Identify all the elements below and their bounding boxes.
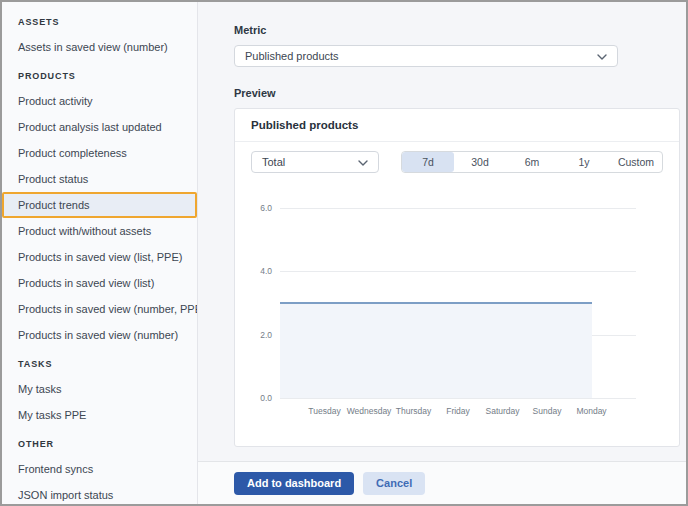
x-tick-label: Wednesday <box>347 406 392 416</box>
chart-card-title: Published products <box>235 109 679 142</box>
metric-select[interactable]: Published products <box>234 45 618 67</box>
range-7d[interactable]: 7d <box>402 152 454 172</box>
sidebar-item-product-activity[interactable]: Product activity <box>2 88 197 114</box>
metric-select-value: Published products <box>245 50 597 62</box>
preview-label: Preview <box>234 87 676 99</box>
sidebar-item-product-with-without-assets[interactable]: Product with/without assets <box>2 218 197 244</box>
x-axis-labels: TuesdayWednesdayThursdayFridaySaturdaySu… <box>280 406 636 420</box>
range-30d[interactable]: 30d <box>454 152 506 172</box>
range-1y[interactable]: 1y <box>558 152 610 172</box>
sidebar-item-product-completeness[interactable]: Product completeness <box>2 140 197 166</box>
series-area-fill <box>280 303 592 398</box>
action-bar: Add to dashboard Cancel <box>198 461 686 504</box>
add-to-dashboard-button[interactable]: Add to dashboard <box>234 472 354 495</box>
sidebar-item-frontend-syncs[interactable]: Frontend syncs <box>2 456 197 482</box>
sidebar-item-product-trends[interactable]: Product trends <box>2 192 197 218</box>
series-select[interactable]: Total <box>251 151 379 173</box>
gridline <box>280 208 636 209</box>
chevron-down-icon <box>358 156 368 168</box>
y-tick-label: 2.0 <box>240 330 272 340</box>
series-line <box>280 302 592 304</box>
cancel-button[interactable]: Cancel <box>363 472 425 495</box>
time-range-control: 7d 30d 6m 1y Custom <box>401 151 663 173</box>
range-custom[interactable]: Custom <box>610 152 662 172</box>
x-tick-label: Saturday <box>485 406 519 416</box>
sidebar-item-json-import-status[interactable]: JSON import status <box>2 482 197 504</box>
sidebar-section-products: PRODUCTS <box>2 60 197 88</box>
sidebar-item-product-status[interactable]: Product status <box>2 166 197 192</box>
gridline <box>280 271 636 272</box>
y-tick-label: 6.0 <box>240 203 272 213</box>
chart-controls: Total 7d 30d 6m 1y Custom <box>235 142 679 173</box>
gridline <box>280 398 636 399</box>
metric-sidebar: ASSETS Assets in saved view (number) PRO… <box>2 2 198 504</box>
chart-area: 6.04.02.00.0 TuesdayWednesdayThursdayFri… <box>235 173 679 446</box>
range-6m[interactable]: 6m <box>506 152 558 172</box>
sidebar-item-my-tasks-ppe[interactable]: My tasks PPE <box>2 402 197 428</box>
sidebar-section-tasks: TASKS <box>2 348 197 376</box>
sidebar-item-my-tasks[interactable]: My tasks <box>2 376 197 402</box>
sidebar-item-assets-in-saved-view-number[interactable]: Assets in saved view (number) <box>2 34 197 60</box>
chevron-down-icon <box>597 50 607 62</box>
x-tick-label: Tuesday <box>308 406 340 416</box>
sidebar-section-other: OTHER <box>2 428 197 456</box>
x-tick-label: Friday <box>446 406 470 416</box>
x-tick-label: Monday <box>576 406 606 416</box>
main-body: Metric Published products Preview Publis… <box>198 2 686 461</box>
sidebar-item-products-saved-view-number-ppe[interactable]: Products in saved view (number, PPE) <box>2 296 197 322</box>
x-tick-label: Sunday <box>533 406 562 416</box>
y-tick-label: 4.0 <box>240 266 272 276</box>
sidebar-item-products-saved-view-list[interactable]: Products in saved view (list) <box>2 270 197 296</box>
series-select-value: Total <box>262 156 358 168</box>
sidebar-item-product-analysis-last-updated[interactable]: Product analysis last updated <box>2 114 197 140</box>
metric-field-label: Metric <box>234 24 676 36</box>
preview-card: Published products Total 7d 30d 6m 1y Cu… <box>234 108 680 447</box>
line-chart: 6.04.02.00.0 <box>280 208 636 398</box>
x-tick-label: Thursday <box>396 406 431 416</box>
sidebar-section-assets: ASSETS <box>2 6 197 34</box>
sidebar-item-products-saved-view-number[interactable]: Products in saved view (number) <box>2 322 197 348</box>
main-panel: Metric Published products Preview Publis… <box>198 2 686 504</box>
y-tick-label: 0.0 <box>240 393 272 403</box>
sidebar-item-products-saved-view-list-ppe[interactable]: Products in saved view (list, PPE) <box>2 244 197 270</box>
widget-config-window: ASSETS Assets in saved view (number) PRO… <box>0 0 688 506</box>
